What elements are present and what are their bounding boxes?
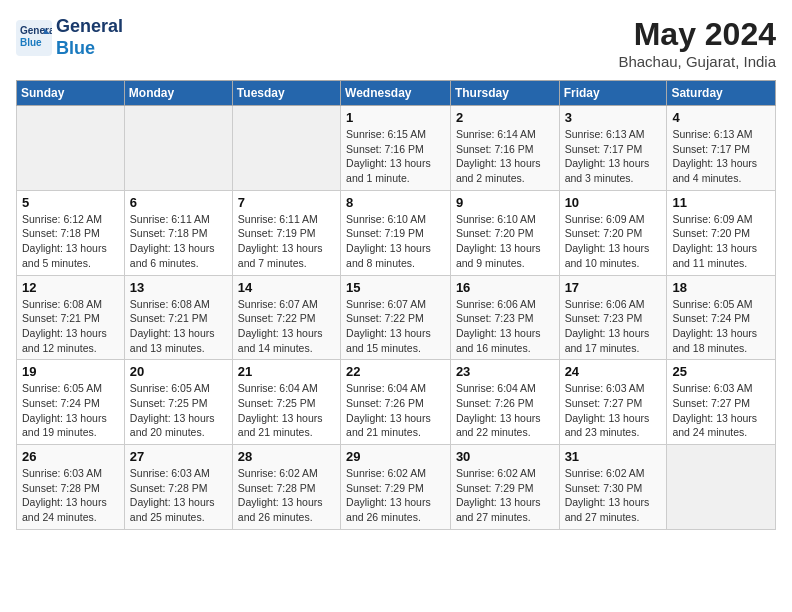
calendar-cell	[232, 106, 340, 191]
calendar-cell: 13Sunrise: 6:08 AM Sunset: 7:21 PM Dayli…	[124, 275, 232, 360]
day-number: 22	[346, 364, 445, 379]
logo-text-blue: Blue	[56, 38, 123, 60]
day-number: 6	[130, 195, 227, 210]
day-number: 25	[672, 364, 770, 379]
calendar-cell: 20Sunrise: 6:05 AM Sunset: 7:25 PM Dayli…	[124, 360, 232, 445]
month-title: May 2024	[618, 16, 776, 53]
weekday-header-monday: Monday	[124, 81, 232, 106]
calendar-cell: 26Sunrise: 6:03 AM Sunset: 7:28 PM Dayli…	[17, 445, 125, 530]
logo: General Blue General Blue	[16, 16, 123, 59]
day-info: Sunrise: 6:04 AM Sunset: 7:26 PM Dayligh…	[456, 381, 554, 440]
day-info: Sunrise: 6:05 AM Sunset: 7:24 PM Dayligh…	[672, 297, 770, 356]
day-number: 1	[346, 110, 445, 125]
day-number: 21	[238, 364, 335, 379]
day-number: 28	[238, 449, 335, 464]
weekday-header-thursday: Thursday	[450, 81, 559, 106]
day-info: Sunrise: 6:08 AM Sunset: 7:21 PM Dayligh…	[130, 297, 227, 356]
calendar-cell: 3Sunrise: 6:13 AM Sunset: 7:17 PM Daylig…	[559, 106, 667, 191]
day-number: 27	[130, 449, 227, 464]
calendar-cell: 11Sunrise: 6:09 AM Sunset: 7:20 PM Dayli…	[667, 190, 776, 275]
title-area: May 2024 Bhachau, Gujarat, India	[618, 16, 776, 70]
calendar-cell: 4Sunrise: 6:13 AM Sunset: 7:17 PM Daylig…	[667, 106, 776, 191]
day-number: 3	[565, 110, 662, 125]
calendar-cell: 28Sunrise: 6:02 AM Sunset: 7:28 PM Dayli…	[232, 445, 340, 530]
day-number: 16	[456, 280, 554, 295]
day-info: Sunrise: 6:12 AM Sunset: 7:18 PM Dayligh…	[22, 212, 119, 271]
calendar-cell: 27Sunrise: 6:03 AM Sunset: 7:28 PM Dayli…	[124, 445, 232, 530]
day-info: Sunrise: 6:15 AM Sunset: 7:16 PM Dayligh…	[346, 127, 445, 186]
calendar-cell: 23Sunrise: 6:04 AM Sunset: 7:26 PM Dayli…	[450, 360, 559, 445]
day-number: 15	[346, 280, 445, 295]
calendar-cell: 22Sunrise: 6:04 AM Sunset: 7:26 PM Dayli…	[341, 360, 451, 445]
calendar-cell: 2Sunrise: 6:14 AM Sunset: 7:16 PM Daylig…	[450, 106, 559, 191]
day-number: 29	[346, 449, 445, 464]
day-info: Sunrise: 6:03 AM Sunset: 7:27 PM Dayligh…	[565, 381, 662, 440]
day-info: Sunrise: 6:14 AM Sunset: 7:16 PM Dayligh…	[456, 127, 554, 186]
weekday-header-wednesday: Wednesday	[341, 81, 451, 106]
calendar-cell: 17Sunrise: 6:06 AM Sunset: 7:23 PM Dayli…	[559, 275, 667, 360]
calendar-cell: 12Sunrise: 6:08 AM Sunset: 7:21 PM Dayli…	[17, 275, 125, 360]
day-number: 20	[130, 364, 227, 379]
calendar-cell: 1Sunrise: 6:15 AM Sunset: 7:16 PM Daylig…	[341, 106, 451, 191]
day-number: 12	[22, 280, 119, 295]
day-info: Sunrise: 6:05 AM Sunset: 7:24 PM Dayligh…	[22, 381, 119, 440]
day-number: 4	[672, 110, 770, 125]
day-number: 5	[22, 195, 119, 210]
calendar-cell: 30Sunrise: 6:02 AM Sunset: 7:29 PM Dayli…	[450, 445, 559, 530]
calendar-week-4: 19Sunrise: 6:05 AM Sunset: 7:24 PM Dayli…	[17, 360, 776, 445]
day-number: 23	[456, 364, 554, 379]
day-info: Sunrise: 6:13 AM Sunset: 7:17 PM Dayligh…	[672, 127, 770, 186]
day-number: 14	[238, 280, 335, 295]
day-info: Sunrise: 6:02 AM Sunset: 7:30 PM Dayligh…	[565, 466, 662, 525]
day-info: Sunrise: 6:10 AM Sunset: 7:19 PM Dayligh…	[346, 212, 445, 271]
calendar-cell	[17, 106, 125, 191]
day-number: 10	[565, 195, 662, 210]
day-info: Sunrise: 6:09 AM Sunset: 7:20 PM Dayligh…	[565, 212, 662, 271]
logo-icon: General Blue	[16, 20, 52, 56]
svg-text:Blue: Blue	[20, 37, 42, 48]
calendar-week-3: 12Sunrise: 6:08 AM Sunset: 7:21 PM Dayli…	[17, 275, 776, 360]
day-info: Sunrise: 6:11 AM Sunset: 7:18 PM Dayligh…	[130, 212, 227, 271]
calendar-body: 1Sunrise: 6:15 AM Sunset: 7:16 PM Daylig…	[17, 106, 776, 530]
day-info: Sunrise: 6:02 AM Sunset: 7:28 PM Dayligh…	[238, 466, 335, 525]
day-number: 2	[456, 110, 554, 125]
day-number: 31	[565, 449, 662, 464]
weekday-header-row: SundayMondayTuesdayWednesdayThursdayFrid…	[17, 81, 776, 106]
day-info: Sunrise: 6:02 AM Sunset: 7:29 PM Dayligh…	[346, 466, 445, 525]
calendar-cell: 15Sunrise: 6:07 AM Sunset: 7:22 PM Dayli…	[341, 275, 451, 360]
day-info: Sunrise: 6:11 AM Sunset: 7:19 PM Dayligh…	[238, 212, 335, 271]
weekday-header-saturday: Saturday	[667, 81, 776, 106]
location-title: Bhachau, Gujarat, India	[618, 53, 776, 70]
calendar-week-5: 26Sunrise: 6:03 AM Sunset: 7:28 PM Dayli…	[17, 445, 776, 530]
day-number: 26	[22, 449, 119, 464]
calendar-cell: 19Sunrise: 6:05 AM Sunset: 7:24 PM Dayli…	[17, 360, 125, 445]
day-number: 18	[672, 280, 770, 295]
calendar-cell: 16Sunrise: 6:06 AM Sunset: 7:23 PM Dayli…	[450, 275, 559, 360]
weekday-header-friday: Friday	[559, 81, 667, 106]
day-info: Sunrise: 6:04 AM Sunset: 7:26 PM Dayligh…	[346, 381, 445, 440]
calendar-cell: 31Sunrise: 6:02 AM Sunset: 7:30 PM Dayli…	[559, 445, 667, 530]
day-info: Sunrise: 6:13 AM Sunset: 7:17 PM Dayligh…	[565, 127, 662, 186]
page-header: General Blue General Blue May 2024 Bhach…	[16, 16, 776, 70]
calendar-cell: 24Sunrise: 6:03 AM Sunset: 7:27 PM Dayli…	[559, 360, 667, 445]
calendar-cell: 8Sunrise: 6:10 AM Sunset: 7:19 PM Daylig…	[341, 190, 451, 275]
day-info: Sunrise: 6:03 AM Sunset: 7:27 PM Dayligh…	[672, 381, 770, 440]
day-info: Sunrise: 6:02 AM Sunset: 7:29 PM Dayligh…	[456, 466, 554, 525]
calendar-cell: 10Sunrise: 6:09 AM Sunset: 7:20 PM Dayli…	[559, 190, 667, 275]
svg-text:General: General	[20, 25, 52, 36]
day-number: 9	[456, 195, 554, 210]
day-info: Sunrise: 6:03 AM Sunset: 7:28 PM Dayligh…	[130, 466, 227, 525]
calendar-table: SundayMondayTuesdayWednesdayThursdayFrid…	[16, 80, 776, 530]
day-info: Sunrise: 6:07 AM Sunset: 7:22 PM Dayligh…	[346, 297, 445, 356]
calendar-week-1: 1Sunrise: 6:15 AM Sunset: 7:16 PM Daylig…	[17, 106, 776, 191]
day-info: Sunrise: 6:05 AM Sunset: 7:25 PM Dayligh…	[130, 381, 227, 440]
calendar-week-2: 5Sunrise: 6:12 AM Sunset: 7:18 PM Daylig…	[17, 190, 776, 275]
calendar-cell: 18Sunrise: 6:05 AM Sunset: 7:24 PM Dayli…	[667, 275, 776, 360]
calendar-cell: 9Sunrise: 6:10 AM Sunset: 7:20 PM Daylig…	[450, 190, 559, 275]
day-info: Sunrise: 6:09 AM Sunset: 7:20 PM Dayligh…	[672, 212, 770, 271]
day-number: 19	[22, 364, 119, 379]
weekday-header-tuesday: Tuesday	[232, 81, 340, 106]
day-number: 7	[238, 195, 335, 210]
day-info: Sunrise: 6:03 AM Sunset: 7:28 PM Dayligh…	[22, 466, 119, 525]
calendar-cell: 29Sunrise: 6:02 AM Sunset: 7:29 PM Dayli…	[341, 445, 451, 530]
